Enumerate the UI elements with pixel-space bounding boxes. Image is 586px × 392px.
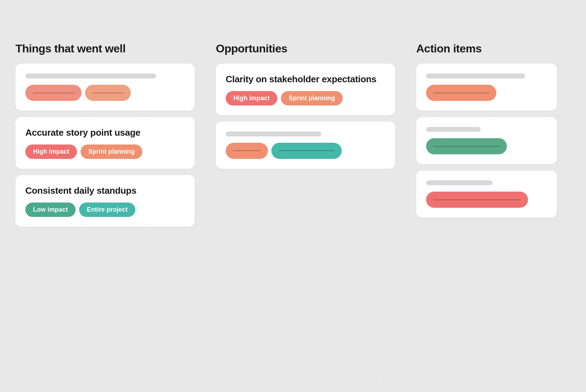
tag-skeleton-action-green [426,138,507,154]
tag-sprint-planning-opp[interactable]: Sprint planning [281,91,343,105]
skeleton-action-1-line [426,73,525,78]
column-things-went-well: Things that went well Accurate story poi… [15,42,195,233]
column-action-items: Action items [416,42,557,233]
tag-high-impact-opp[interactable]: High impact [226,91,277,105]
card-opp-1-tags: High impact Sprint planning [226,91,385,105]
tag-skeleton-salmon-1 [25,85,82,101]
tags-action-3-skeleton [426,192,547,208]
tags-opp-skeleton [226,143,385,159]
card-clarity-stakeholder: Clarity on stakeholder expectations High… [216,64,395,115]
column-2-header: Opportunities [216,42,395,55]
tags-action-2-skeleton [426,138,547,154]
tag-sprint-planning[interactable]: Sprint planning [81,144,142,159]
tags-action-1-skeleton [426,85,547,101]
card-action-2-skeleton [416,117,557,164]
tag-entire-project[interactable]: Entire project [79,203,135,217]
tag-skeleton-action-red [426,192,528,208]
column-1-header: Things that went well [15,42,195,55]
tag-skeleton-action-salmon [426,85,496,101]
card-3-tags: Low impact Entire project [25,203,185,217]
card-3-title: Consistent daily standups [25,185,185,197]
skeleton-line-1 [25,73,156,78]
card-action-3-skeleton [416,171,557,218]
column-opportunities: Opportunities Clarity on stakeholder exp… [216,42,395,233]
skeleton-action-2-line [426,127,481,132]
skeleton-opp-line [226,131,321,136]
card-action-1-skeleton [416,64,557,111]
card-1-skeleton [15,64,195,111]
tag-skeleton-teal-long [271,143,342,159]
card-2-title: Accurate story point usage [25,127,185,139]
card-accurate-story-points: Accurate story point usage High impact S… [15,117,195,169]
tag-skeleton-salmon-2 [85,85,131,101]
card-opp-1-title: Clarity on stakeholder expectations [226,73,385,85]
card-2-tags: High impact Sprint planning [25,144,185,159]
skeleton-action-3-line [426,180,492,185]
tags-skeleton-1 [25,85,185,101]
card-consistent-standups: Consistent daily standups Low impact Ent… [15,175,195,227]
tag-low-impact[interactable]: Low impact [25,203,76,217]
tag-high-impact[interactable]: High impact [25,144,77,159]
card-opp-2-skeleton [216,122,395,169]
page-wrapper: Things that went well Accurate story poi… [0,0,586,233]
tag-skeleton-teal-short [226,143,268,159]
column-3-header: Action items [416,42,557,55]
